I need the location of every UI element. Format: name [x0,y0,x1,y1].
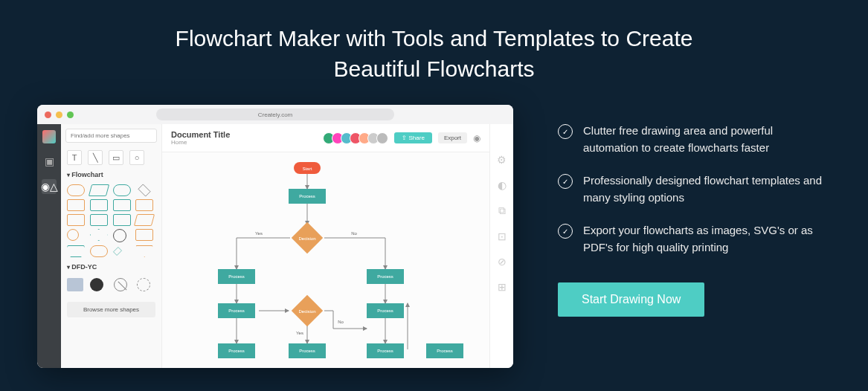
document-title[interactable]: Document Title [171,130,320,139]
export-button[interactable]: Export [438,132,467,143]
svg-text:Decision: Decision [298,236,315,241]
line-tool-icon[interactable]: ╲ [88,150,103,165]
document-header: Document Title Home ⇪Share Export ◉ [162,124,489,152]
avatar[interactable] [376,132,388,144]
shape-doc-icon[interactable] [90,214,108,226]
dfd-entity-icon[interactable] [67,278,83,291]
collaborator-avatars [326,132,388,144]
shape-db-icon[interactable] [113,229,126,242]
check-icon: ✓ [558,174,573,189]
shape-extract-icon[interactable] [135,245,153,257]
drawing-canvas[interactable]: Start Process Decision Yes No Process [162,152,489,368]
svg-text:Yes: Yes [296,331,303,335]
feature-item: ✓ Export your flowcharts as images, SVG'… [558,222,831,256]
shape-decision-icon[interactable] [138,184,151,197]
svg-text:Process: Process [228,308,245,313]
shape-pill-icon[interactable] [113,184,131,196]
svg-text:No: No [351,231,357,236]
shape-tag-icon[interactable] [113,214,131,226]
minimize-icon [56,112,62,118]
shape-data-icon[interactable] [89,184,109,196]
feature-item: ✓ Professionally designed flowchart temp… [558,172,831,206]
rect-tool-icon[interactable]: ▭ [109,150,123,165]
search-input[interactable] [65,129,157,143]
window-titlebar: Creately.com [37,105,513,124]
shape-para-icon[interactable] [134,214,155,226]
shape-conn-icon[interactable] [67,229,79,241]
text-tool-icon[interactable]: T [67,150,82,165]
flowchart-shapes [61,181,161,260]
svg-text:Process: Process [377,274,393,279]
app-screenshot: Creately.com ▣ ◉△ T ╲ ▭ ○ [37,105,513,368]
shape-alt-icon[interactable] [67,214,85,226]
svg-text:No: No [338,320,344,324]
shapes-icon[interactable]: ◉△ [42,179,57,194]
shape-process-icon[interactable] [67,199,85,211]
svg-text:Process: Process [299,349,315,353]
link-icon[interactable]: ⊘ [498,256,507,268]
dfd-process-icon[interactable] [90,278,103,291]
category-flowchart[interactable]: Flowchart [61,168,161,181]
svg-text:Process: Process [228,349,245,353]
feature-list: ✓ Clutter free drawing area and powerful… [558,105,831,317]
svg-text:Decision: Decision [298,309,315,314]
settings-icon[interactable]: ⚙ [497,154,507,166]
svg-text:Process: Process [377,308,393,313]
svg-text:Start: Start [303,167,312,171]
feature-text: Clutter free drawing area and powerful a… [583,123,831,156]
shape-subr-icon[interactable] [113,199,131,211]
shape-card-icon[interactable] [135,199,153,211]
svg-text:Process: Process [377,349,393,353]
check-icon: ✓ [558,124,573,139]
image-icon[interactable]: ▣ [42,154,57,169]
feature-item: ✓ Clutter free drawing area and powerful… [558,123,831,156]
start-drawing-button[interactable]: Start Drawing Now [558,282,704,317]
shapes-sidebar: T ╲ ▭ ○ Flowchart [61,124,162,368]
lock-icon[interactable]: ⊡ [498,230,507,242]
shape-terminator-icon[interactable] [67,184,85,196]
share-button[interactable]: ⇪Share [394,132,432,143]
shape-prep-icon[interactable] [113,247,122,256]
right-rail: ⚙ ◐ ⧉ ⊡ ⊘ ⊞ [489,124,513,368]
left-rail: ▣ ◉△ [37,124,61,368]
url-bar: Creately.com [156,109,394,120]
check-icon: ✓ [558,224,573,239]
shape-display-icon[interactable] [90,245,108,257]
page-title: Flowchart Maker with Tools and Templates… [167,24,702,84]
dfd-flow-icon[interactable] [137,278,150,291]
svg-text:Process: Process [437,349,453,353]
visibility-icon[interactable]: ◉ [473,133,480,143]
feature-text: Export your flowcharts as images, SVG's … [583,222,831,256]
shape-delay-icon[interactable] [135,229,153,241]
close-icon [45,112,51,118]
shape-rect-icon[interactable] [90,199,108,211]
dfd-store-icon[interactable] [114,278,127,291]
flowchart-diagram: Start Process Decision Yes No Process [162,152,489,368]
breadcrumb[interactable]: Home [171,139,320,146]
palette-icon[interactable]: ◐ [498,179,507,191]
browse-shapes-button[interactable]: Browse more shapes [67,302,155,317]
grid-icon[interactable]: ⊞ [498,281,507,293]
svg-text:Yes: Yes [255,231,263,236]
svg-text:Process: Process [299,194,315,198]
maximize-icon [67,112,74,118]
shape-sort-icon[interactable] [90,229,108,241]
category-dfd[interactable]: DFD-YC [61,260,161,274]
app-logo-icon [42,130,56,143]
feature-text: Professionally designed flowchart templa… [583,172,831,206]
svg-text:Process: Process [228,274,245,279]
shape-manual-icon[interactable] [67,245,85,257]
layers-icon[interactable]: ⧉ [498,204,506,217]
ellipse-tool-icon[interactable]: ○ [129,150,144,165]
